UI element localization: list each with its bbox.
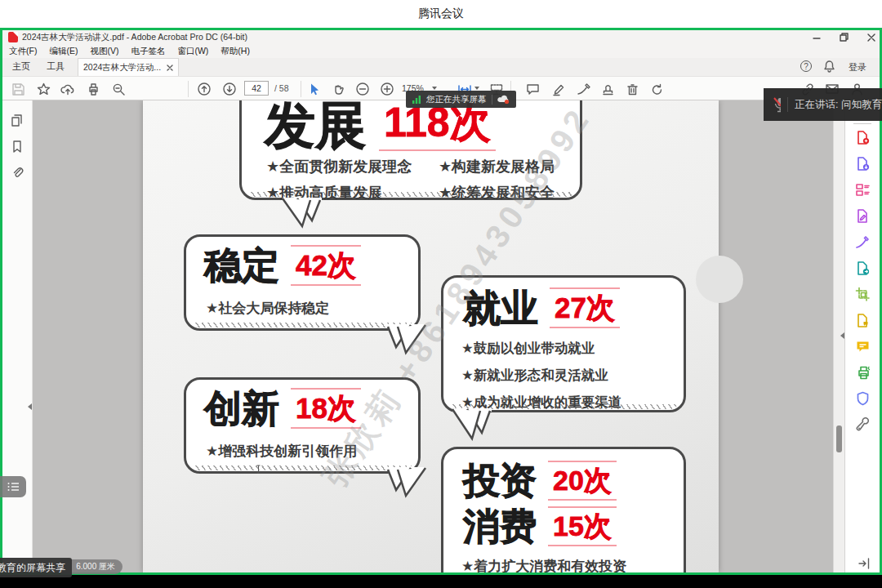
- zoom-in-icon[interactable]: [380, 82, 394, 96]
- acrobat-window: 2024吉林大学活动讲义.pdf - Adobe Acrobat Pro DC …: [2, 30, 880, 572]
- organize-pages-icon[interactable]: [855, 182, 871, 198]
- cloud-record-icon[interactable]: [497, 94, 510, 105]
- comment-panel-icon[interactable]: [855, 339, 871, 354]
- bookmarks-icon[interactable]: [11, 140, 24, 154]
- minimize-button[interactable]: [810, 32, 823, 42]
- combine-files-icon[interactable]: [855, 261, 871, 276]
- point: ★全面贯彻新发展理念: [266, 157, 439, 176]
- point: ★构建新发展格局: [439, 157, 568, 176]
- count-fazhan: 118次: [379, 100, 496, 151]
- microphone-muted-icon: [772, 96, 781, 114]
- toolbar-separator: [301, 81, 301, 97]
- menu-view[interactable]: 视图(V): [90, 46, 118, 57]
- thumbnail-list-button[interactable]: [0, 476, 26, 497]
- export-pdf-icon[interactable]: [855, 156, 871, 172]
- restore-button[interactable]: [837, 32, 850, 42]
- select-tool-icon[interactable]: [306, 82, 321, 96]
- protect-icon[interactable]: [855, 391, 871, 407]
- panel-divider: [853, 123, 871, 124]
- bubble-tail: [362, 324, 430, 355]
- tab-tools[interactable]: 工具: [47, 60, 65, 73]
- bubble-jiuye: 就业 27次 ★鼓励以创业带动就业 ★新就业形态和灵活就业 ★成为就业增收的重要…: [441, 275, 686, 412]
- sharing-banner-label: 您正在共享屏幕: [426, 94, 487, 105]
- edit-pdf-icon[interactable]: [855, 208, 871, 224]
- point: ★增强科技创新引领作用: [206, 442, 357, 461]
- tab-document-label: 2024吉林大学活动...: [83, 62, 163, 74]
- print-icon[interactable]: [86, 82, 100, 96]
- page-edge-decoration: [696, 256, 743, 303]
- keyword-xiaofei: 消费: [463, 508, 537, 545]
- help-icon[interactable]: ?: [800, 60, 812, 72]
- point: ★着力扩大消费和有效投资: [461, 557, 626, 572]
- page-thumbnails-icon[interactable]: [10, 114, 24, 127]
- comment-icon[interactable]: [525, 82, 540, 96]
- next-page-icon[interactable]: [222, 82, 237, 96]
- cloud-upload-icon[interactable]: [60, 82, 75, 96]
- print-production-icon[interactable]: [855, 365, 871, 381]
- menubar: 文件(F) 编辑(E) 视图(V) 电子签名 窗口(W) 帮助(H): [2, 44, 880, 58]
- menu-window[interactable]: 窗口(W): [177, 46, 208, 57]
- zoom-out-icon[interactable]: [355, 82, 370, 96]
- point: ★鼓励以创业带动就业: [461, 340, 621, 358]
- speaking-label: 正在讲话: 问知教育: [795, 98, 882, 112]
- toolbar-separator: [188, 81, 189, 97]
- tab-home[interactable]: 主页: [12, 60, 30, 73]
- bubble-chuangxin: 创新 18次 ★增强科技创新引领作用: [184, 377, 421, 474]
- app-titlebar: 2024吉林大学活动讲义.pdf - Adobe Acrobat Pro DC …: [2, 30, 880, 44]
- attachments-icon[interactable]: [11, 166, 24, 180]
- previous-page-icon[interactable]: [197, 82, 212, 96]
- stamp-icon[interactable]: [600, 82, 615, 96]
- point: ★统筹发展和安全: [439, 183, 568, 203]
- bubble-wending: 稳定 42次 ★社会大局保持稳定: [184, 234, 421, 331]
- count-xiaofei: 15次: [548, 506, 617, 546]
- star-favorite-icon[interactable]: [36, 82, 51, 96]
- keyword-touzi: 投资: [463, 462, 537, 499]
- keyword-wending: 稳定: [204, 247, 279, 284]
- list-icon: [7, 481, 20, 492]
- collapse-left-rail-icon[interactable]: [28, 403, 32, 410]
- fit-caret-icon[interactable]: [474, 87, 479, 90]
- sign-icon[interactable]: [576, 82, 590, 96]
- tabbar: 主页 工具 2024吉林大学活动... ? 登录: [2, 58, 880, 76]
- expand-panel-icon[interactable]: [857, 557, 871, 570]
- meeting-titlebar: 腾讯会议: [0, 0, 882, 28]
- rotate-icon[interactable]: [649, 82, 664, 96]
- page-number-input[interactable]: 42: [244, 81, 269, 96]
- notification-bell-icon[interactable]: [823, 60, 835, 73]
- save-icon[interactable]: [11, 82, 25, 96]
- zoom-caret-icon[interactable]: [432, 87, 437, 90]
- close-button[interactable]: [865, 32, 878, 42]
- menu-esign[interactable]: 电子签名: [131, 46, 165, 57]
- speaking-indicator: 正在讲话: 问知教育: [764, 88, 882, 121]
- fill-sign-icon[interactable]: [855, 234, 871, 250]
- point: ★社会大局保持稳定: [206, 299, 329, 318]
- highlighter-icon[interactable]: [551, 82, 566, 96]
- collapse-right-panel-icon[interactable]: [840, 332, 844, 339]
- document-viewport[interactable]: 发展 118次 ★全面贯彻新发展理念 ★构建新发展格局 ★推动高质量发展 ★统筹…: [33, 100, 833, 572]
- sharing-banner: 您正在共享屏幕: [406, 91, 516, 108]
- page-total-label: / 58: [274, 83, 289, 93]
- request-signatures-icon[interactable]: [855, 313, 871, 328]
- left-navigation-rail: [2, 100, 33, 572]
- menu-file[interactable]: 文件(F): [9, 46, 37, 57]
- create-pdf-icon[interactable]: [855, 130, 871, 145]
- meeting-title: 腾讯会议: [418, 7, 464, 21]
- delete-icon[interactable]: [625, 82, 639, 96]
- keyword-jiuye: 就业: [463, 289, 538, 327]
- menu-help[interactable]: 帮助(H): [220, 46, 250, 57]
- hand-tool-icon[interactable]: [331, 82, 345, 96]
- bubble-fazhan: 发展 118次 ★全面贯彻新发展理念 ★构建新发展格局 ★推动高质量发展 ★统筹…: [239, 100, 582, 200]
- search-icon[interactable]: [111, 82, 126, 96]
- tab-close-icon[interactable]: [167, 65, 173, 71]
- keyword-fazhan: 发展: [265, 100, 366, 151]
- bubble-tail: [278, 198, 346, 229]
- share-source-tooltip: 教育的屏幕共享: [0, 558, 72, 577]
- login-button[interactable]: 登录: [849, 61, 866, 74]
- scrollbar-thumb[interactable]: [836, 425, 842, 452]
- crop-pages-icon[interactable]: [855, 287, 871, 302]
- pdf-file-icon: [8, 32, 18, 42]
- speaking-divider: [787, 97, 788, 112]
- tab-document[interactable]: 2024吉林大学活动...: [78, 58, 179, 76]
- menu-edit[interactable]: 编辑(E): [49, 46, 78, 57]
- more-tools-icon[interactable]: [855, 417, 871, 433]
